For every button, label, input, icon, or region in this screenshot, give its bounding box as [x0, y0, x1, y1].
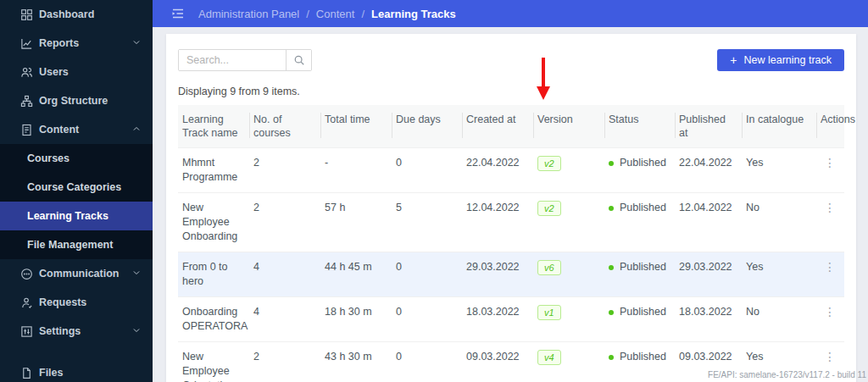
- cell-due-days: 0: [392, 297, 462, 342]
- sidebar-item-label: Dashboard: [39, 8, 141, 20]
- learning-tracks-panel: + New learning track Displaying 9 from 9…: [166, 34, 856, 382]
- breadcrumb-admin-panel[interactable]: Administration Panel: [198, 8, 299, 20]
- learning-tracks-table: Learning Track name No. of courses Total…: [178, 105, 844, 382]
- sidebar-item-learning-tracks[interactable]: Learning Tracks: [0, 202, 153, 230]
- new-learning-track-label: New learning track: [743, 54, 832, 66]
- cell-published-at: 12.04.2022: [675, 193, 742, 252]
- col-header-in-catalogue[interactable]: In catalogue: [742, 105, 816, 148]
- table-row[interactable]: Onboarding OPERATORA 4 18 h 30 m 0 18.03…: [178, 297, 844, 342]
- org-structure-icon: [19, 94, 33, 108]
- sidebar-item-content[interactable]: Content: [0, 115, 153, 144]
- cell-name: New Employee Onboarding: [178, 193, 249, 252]
- cell-in-catalogue: Yes: [742, 252, 816, 297]
- search-input[interactable]: [179, 50, 286, 70]
- sidebar-item-dashboard[interactable]: Dashboard: [0, 0, 153, 29]
- cell-published-at: 18.03.2022: [675, 297, 742, 342]
- table-row[interactable]: Mhmnt Programme 2 - 0 22.04.2022 v2 Publ…: [178, 148, 844, 193]
- cell-courses: 2: [249, 342, 320, 382]
- breadcrumb-separator: /: [361, 8, 364, 20]
- cell-created-at: 09.03.2022: [462, 342, 533, 382]
- status-label: Published: [620, 305, 666, 319]
- row-actions-kebab-icon[interactable]: ⋮: [821, 260, 839, 274]
- breadcrumb-separator: /: [306, 8, 309, 20]
- plus-icon: +: [730, 54, 737, 66]
- sidebar-item-label: Settings: [39, 325, 132, 337]
- cell-name: Onboarding OPERATORA: [178, 297, 249, 342]
- search-box: [178, 49, 312, 71]
- cell-published-at: 29.03.2022: [675, 252, 742, 297]
- row-actions-kebab-icon[interactable]: ⋮: [821, 156, 839, 169]
- sidebar-item-courses[interactable]: Courses: [0, 144, 153, 173]
- topbar: Administration Panel / Content / Learnin…: [153, 0, 868, 27]
- col-header-due-days[interactable]: Due days: [392, 105, 462, 148]
- sidebar-item-reports[interactable]: Reports: [0, 29, 153, 58]
- search-icon[interactable]: [286, 50, 311, 70]
- col-header-name[interactable]: Learning Track name: [178, 105, 249, 148]
- new-learning-track-button[interactable]: + New learning track: [717, 49, 844, 71]
- cell-name: New Employee Orientation: [178, 342, 249, 382]
- cell-due-days: 0: [392, 342, 462, 382]
- files-icon: [19, 366, 33, 379]
- cell-created-at: 22.04.2022: [462, 148, 533, 193]
- main-content: + New learning track Displaying 9 from 9…: [153, 27, 868, 382]
- col-header-courses[interactable]: No. of courses: [249, 105, 320, 148]
- cell-courses: 2: [249, 193, 320, 252]
- dashboard-icon: [19, 8, 33, 21]
- cell-created-at: 12.04.2022: [462, 193, 533, 252]
- status-label: Published: [620, 350, 666, 364]
- col-header-total-time[interactable]: Total time: [320, 105, 392, 148]
- sidebar-item-org-structure[interactable]: Org Structure: [0, 86, 153, 115]
- col-header-published-at[interactable]: Published at: [675, 105, 742, 148]
- menu-fold-icon[interactable]: [171, 7, 185, 20]
- col-header-actions: Actions: [816, 105, 844, 148]
- results-summary: Displaying 9 from 9 items.: [178, 86, 844, 97]
- content-icon: [19, 123, 33, 136]
- status-dot-icon: [609, 310, 614, 315]
- sidebar-item-course-categories[interactable]: Course Categories: [0, 173, 153, 202]
- chevron-down-icon: [132, 37, 141, 49]
- sidebar-item-settings[interactable]: Settings: [0, 317, 153, 346]
- status-dot-icon: [609, 161, 614, 166]
- table-row[interactable]: New Employee Onboarding 2 57 h 5 12.04.2…: [178, 193, 844, 252]
- cell-in-catalogue: Yes: [742, 148, 816, 193]
- status-dot-icon: [609, 206, 614, 211]
- cell-name: From 0 to hero: [178, 252, 249, 297]
- version-badge: v2: [537, 201, 561, 216]
- row-actions-kebab-icon[interactable]: ⋮: [821, 305, 839, 318]
- reports-icon: [19, 36, 33, 50]
- version-badge: v1: [537, 305, 561, 320]
- row-actions-kebab-icon[interactable]: ⋮: [821, 201, 839, 214]
- sidebar-item-files[interactable]: Files: [0, 358, 153, 382]
- sidebar-item-label: Reports: [39, 37, 132, 49]
- status-label: Published: [620, 260, 666, 274]
- breadcrumb-content[interactable]: Content: [316, 8, 355, 20]
- sidebar-item-label: File Management: [27, 239, 113, 251]
- cell-due-days: 0: [392, 252, 462, 297]
- cell-in-catalogue: No: [742, 193, 816, 252]
- sidebar-item-users[interactable]: Users: [0, 58, 153, 86]
- col-header-status[interactable]: Status: [604, 105, 675, 148]
- sidebar-item-label: Users: [39, 66, 141, 78]
- cell-total-time: -: [320, 148, 392, 193]
- cell-total-time: 43 h 30 m: [320, 342, 392, 382]
- sidebar-item-requests[interactable]: Requests: [0, 288, 153, 317]
- sidebar-item-communication[interactable]: Communication: [0, 259, 153, 288]
- table-row[interactable]: From 0 to hero 4 44 h 45 m 0 29.03.2022 …: [178, 252, 844, 297]
- sidebar-item-label: Content: [39, 124, 132, 136]
- cell-published-at: 22.04.2022: [675, 148, 742, 193]
- row-actions-kebab-icon[interactable]: ⋮: [821, 350, 839, 363]
- chevron-down-icon: [132, 268, 141, 280]
- settings-icon: [19, 324, 33, 338]
- users-icon: [19, 65, 33, 79]
- status-dot-icon: [609, 265, 614, 270]
- sidebar-item-label: Requests: [39, 296, 141, 308]
- cell-due-days: 0: [392, 148, 462, 193]
- sidebar-item-label: Course Categories: [27, 181, 121, 193]
- cell-due-days: 5: [392, 193, 462, 252]
- sidebar-spacer: [0, 346, 153, 358]
- sidebar-item-file-management[interactable]: File Management: [0, 230, 153, 259]
- col-header-version[interactable]: Version: [533, 105, 604, 148]
- col-header-created-at[interactable]: Created at: [462, 105, 533, 148]
- status-dot-icon: [609, 355, 614, 360]
- status-label: Published: [620, 156, 666, 170]
